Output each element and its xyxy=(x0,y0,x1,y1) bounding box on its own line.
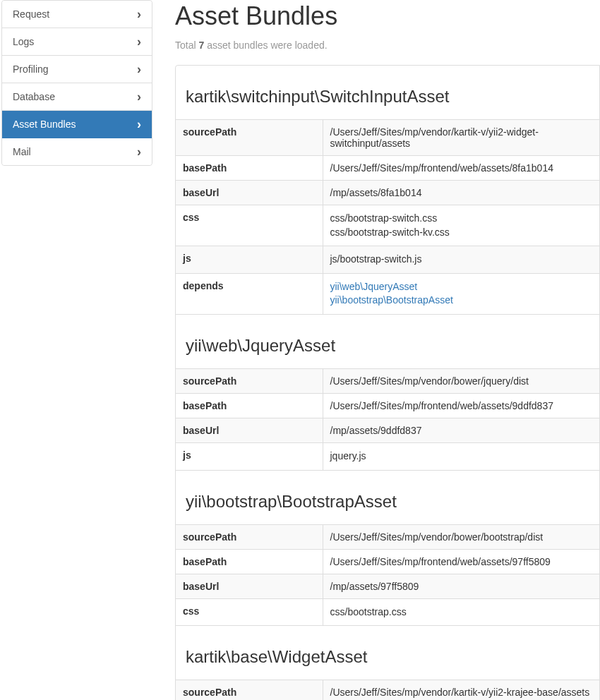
sidebar-item-label: Logs xyxy=(13,36,34,47)
table-row: baseUrl/mp/assets/97ff5809 xyxy=(176,574,599,598)
chevron-right-icon: › xyxy=(137,64,141,74)
sidebar-item-label: Request xyxy=(13,8,49,20)
table-row: basePath/Users/Jeff/Sites/mp/frontend/we… xyxy=(176,393,599,418)
property-value: /mp/assets/9ddfd837 xyxy=(323,418,599,442)
property-key: sourcePath xyxy=(176,680,323,700)
main-content: Asset Bundles Total 7 asset bundles were… xyxy=(154,0,600,700)
table-row: csscss/bootstrap.css xyxy=(176,598,599,626)
property-value: /Users/Jeff/Sites/mp/frontend/web/assets… xyxy=(323,156,599,181)
property-value: css/bootstrap-switch.csscss/bootstrap-sw… xyxy=(323,205,599,246)
property-key: js xyxy=(176,246,323,274)
property-value: /Users/Jeff/Sites/mp/vendor/bower/jquery… xyxy=(323,368,599,393)
sidebar-item-label: Mail xyxy=(13,146,31,157)
table-row: baseUrl/mp/assets/9ddfd837 xyxy=(176,418,599,442)
dependency-link[interactable]: yii\web\JqueryAsset xyxy=(330,281,418,292)
table-row: sourcePath/Users/Jeff/Sites/mp/vendor/bo… xyxy=(176,524,599,549)
sidebar-item-logs[interactable]: Logs› xyxy=(2,28,152,56)
chevron-right-icon: › xyxy=(137,37,141,47)
sidebar-item-label: Database xyxy=(13,91,55,102)
property-value: css/bootstrap.css xyxy=(323,598,599,626)
table-row: sourcePath/Users/Jeff/Sites/mp/vendor/bo… xyxy=(176,368,599,393)
property-value: /Users/Jeff/Sites/mp/vendor/kartik-v/yii… xyxy=(323,120,599,156)
page-subtitle: Total 7 asset bundles were loaded. xyxy=(175,40,600,51)
bundle-title: kartik\switchinput\SwitchInputAsset xyxy=(176,80,599,119)
property-value: yii\web\JqueryAssetyii\bootstrap\Bootstr… xyxy=(323,273,599,314)
property-value-item: css/bootstrap-switch.css xyxy=(330,212,593,226)
property-key: baseUrl xyxy=(176,181,323,205)
sidebar-item-mail[interactable]: Mail› xyxy=(2,138,152,165)
property-key: sourcePath xyxy=(176,524,323,549)
table-row: basePath/Users/Jeff/Sites/mp/frontend/we… xyxy=(176,549,599,574)
sidebar-item-database[interactable]: Database› xyxy=(2,83,152,111)
table-row: dependsyii\web\JqueryAssetyii\bootstrap\… xyxy=(176,273,599,314)
bundles-panel: kartik\switchinput\SwitchInputAssetsourc… xyxy=(175,65,600,700)
bundle-title: yii\bootstrap\BootstrapAsset xyxy=(176,485,599,524)
property-value: js/bootstrap-switch.js xyxy=(323,246,599,274)
chevron-right-icon: › xyxy=(137,9,141,19)
property-key: js xyxy=(176,442,323,470)
property-value: /mp/assets/8fa1b014 xyxy=(323,181,599,205)
property-value: /Users/Jeff/Sites/mp/vendor/kartik-v/yii… xyxy=(323,680,599,700)
sidebar-item-profiling[interactable]: Profiling› xyxy=(2,56,152,83)
bundle-title: yii\web\JqueryAsset xyxy=(176,329,599,368)
table-row: jsjquery.js xyxy=(176,442,599,470)
property-value-item: css/bootstrap-switch-kv.css xyxy=(330,226,593,240)
property-key: baseUrl xyxy=(176,574,323,598)
property-value: jquery.js xyxy=(323,442,599,470)
chevron-right-icon: › xyxy=(137,119,141,129)
property-value-item: jquery.js xyxy=(330,449,593,464)
property-key: css xyxy=(176,598,323,626)
property-key: baseUrl xyxy=(176,418,323,442)
dependency-link[interactable]: yii\bootstrap\BootstrapAsset xyxy=(330,294,453,306)
property-key: sourcePath xyxy=(176,120,323,156)
property-key: basePath xyxy=(176,156,323,181)
bundle-table: sourcePath/Users/Jeff/Sites/mp/vendor/ka… xyxy=(176,680,599,700)
sidebar-item-asset-bundles[interactable]: Asset Bundles› xyxy=(2,111,152,138)
property-key: basePath xyxy=(176,549,323,574)
sidebar-item-label: Profiling xyxy=(13,64,49,75)
table-row: baseUrl/mp/assets/8fa1b014 xyxy=(176,181,599,205)
table-row: sourcePath/Users/Jeff/Sites/mp/vendor/ka… xyxy=(176,120,599,156)
property-key: sourcePath xyxy=(176,368,323,393)
property-value: /Users/Jeff/Sites/mp/vendor/bower/bootst… xyxy=(323,524,599,549)
property-value: /mp/assets/97ff5809 xyxy=(323,574,599,598)
sidebar-list: Request›Logs›Profiling›Database›Asset Bu… xyxy=(1,0,152,166)
bundle-title: kartik\base\WidgetAsset xyxy=(176,640,599,680)
sidebar: Request›Logs›Profiling›Database›Asset Bu… xyxy=(0,0,154,700)
chevron-right-icon: › xyxy=(137,92,141,102)
table-row: basePath/Users/Jeff/Sites/mp/frontend/we… xyxy=(176,156,599,181)
property-value-item: js/bootstrap-switch.js xyxy=(330,253,593,267)
property-value: /Users/Jeff/Sites/mp/frontend/web/assets… xyxy=(323,393,599,418)
subtitle-after: asset bundles were loaded. xyxy=(204,40,327,51)
property-value: /Users/Jeff/Sites/mp/frontend/web/assets… xyxy=(323,549,599,574)
sidebar-item-label: Asset Bundles xyxy=(13,119,76,130)
property-key: depends xyxy=(176,273,323,314)
bundle-table: sourcePath/Users/Jeff/Sites/mp/vendor/ka… xyxy=(176,119,599,315)
table-row: csscss/bootstrap-switch.csscss/bootstrap… xyxy=(176,205,599,246)
subtitle-before: Total xyxy=(175,40,198,51)
property-key: css xyxy=(176,205,323,246)
property-key: basePath xyxy=(176,393,323,418)
page-title: Asset Bundles xyxy=(175,1,600,31)
table-row: sourcePath/Users/Jeff/Sites/mp/vendor/ka… xyxy=(176,680,599,700)
sidebar-item-request[interactable]: Request› xyxy=(2,1,152,28)
chevron-right-icon: › xyxy=(137,147,141,157)
property-value-item: css/bootstrap.css xyxy=(330,605,593,620)
table-row: jsjs/bootstrap-switch.js xyxy=(176,246,599,274)
bundle-table: sourcePath/Users/Jeff/Sites/mp/vendor/bo… xyxy=(176,368,599,471)
bundle-table: sourcePath/Users/Jeff/Sites/mp/vendor/bo… xyxy=(176,524,599,627)
